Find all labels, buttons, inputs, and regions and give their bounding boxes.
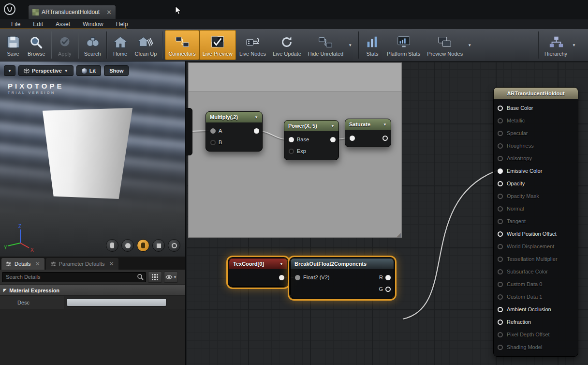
- node-power-header[interactable]: Power(X, 5) ▼: [284, 121, 338, 131]
- material-pin[interactable]: [498, 231, 503, 237]
- comment-resize-grip-icon[interactable]: ◢: [397, 232, 401, 238]
- hierarchy-dropdown-icon[interactable]: ▼: [571, 43, 577, 47]
- material-pin[interactable]: [498, 307, 503, 312]
- preview-viewport[interactable]: ▼ Perspective ▼ Lit Show PIXOTOPE TRIAL …: [0, 61, 186, 257]
- tab-close-icon[interactable]: ✕: [35, 261, 40, 267]
- material-pin[interactable]: [498, 294, 503, 300]
- hierarchy-button[interactable]: Hierarchy: [541, 30, 571, 60]
- stats-icon: [365, 33, 380, 51]
- pin-multiply-b[interactable]: [210, 140, 216, 145]
- home-button[interactable]: Home: [109, 30, 132, 60]
- material-pin[interactable]: [498, 345, 503, 350]
- material-pin[interactable]: [498, 106, 503, 111]
- comment-box-header[interactable]: [189, 63, 401, 91]
- hide-unrelated-button[interactable]: Hide Unrelated: [305, 30, 347, 60]
- shape-sphere-button[interactable]: [121, 239, 134, 252]
- node-saturate-header[interactable]: Saturate ▼: [345, 119, 391, 130]
- menu-edit[interactable]: Edit: [27, 19, 49, 29]
- material-pin[interactable]: [498, 181, 503, 186]
- material-pin[interactable]: [498, 206, 503, 212]
- node-texcoord[interactable]: TexCoord[0] ▼: [229, 258, 288, 287]
- material-pin[interactable]: [498, 257, 503, 262]
- show-menu-button[interactable]: Show: [104, 65, 129, 76]
- material-pin[interactable]: [498, 143, 503, 149]
- tab-parameter-defaults[interactable]: Parameter Defaults ✕: [46, 258, 118, 270]
- tab-details[interactable]: Details ✕: [1, 258, 44, 270]
- tab-close-icon[interactable]: ✕: [109, 261, 114, 267]
- viewport-options-button[interactable]: ▼: [4, 65, 15, 76]
- node-saturate[interactable]: Saturate ▼: [345, 119, 391, 147]
- hide-unrelated-dropdown-icon[interactable]: ▼: [347, 43, 353, 47]
- connectors-button[interactable]: Connectors: [165, 30, 199, 60]
- menu-asset[interactable]: Asset: [49, 19, 76, 29]
- node-breakout-float2[interactable]: BreakOutFloat2Components Float2 (V2) R G: [290, 258, 394, 298]
- chevron-down-icon[interactable]: ▼: [254, 115, 258, 120]
- material-pin[interactable]: [498, 194, 503, 199]
- menu-file[interactable]: File: [5, 19, 27, 29]
- search-button[interactable]: Search: [81, 30, 104, 60]
- material-pin[interactable]: [498, 269, 503, 274]
- shape-cube-button[interactable]: [152, 239, 165, 252]
- asset-tab[interactable]: ARTranslucentHoldout ✕: [28, 5, 116, 19]
- menu-window[interactable]: Window: [76, 19, 110, 29]
- shape-cylinder-button[interactable]: [106, 239, 118, 252]
- lit-mode-button[interactable]: Lit: [76, 65, 101, 76]
- material-pin[interactable]: [498, 282, 503, 287]
- platform-stats-button[interactable]: Platform Stats: [383, 30, 424, 60]
- node-breakout-header[interactable]: BreakOutFloat2Components: [291, 259, 394, 269]
- shape-plane-button-active[interactable]: [137, 239, 149, 252]
- chevron-down-icon[interactable]: ▼: [331, 124, 335, 128]
- shape-mesh-button[interactable]: [168, 239, 180, 252]
- chevron-down-icon[interactable]: ▼: [279, 262, 283, 266]
- clean-up-button[interactable]: Clean Up: [132, 30, 161, 60]
- live-preview-button[interactable]: Live Preview: [199, 30, 236, 60]
- material-pin[interactable]: [498, 156, 503, 161]
- node-multiply-header[interactable]: Multiply(,2) ▼: [206, 112, 262, 122]
- chevron-down-icon[interactable]: ▼: [383, 122, 387, 127]
- browse-button[interactable]: Browse: [24, 30, 49, 60]
- pin-saturate-input[interactable]: [350, 136, 355, 141]
- apply-button[interactable]: Apply: [54, 30, 76, 60]
- material-pin[interactable]: [498, 319, 503, 325]
- live-update-button[interactable]: Live Update: [269, 30, 305, 60]
- node-multiply[interactable]: Multiply(,2) ▼ A B: [206, 111, 263, 152]
- material-pin-row: Tangent: [494, 215, 578, 228]
- preview-nodes-button[interactable]: Preview Nodes: [424, 30, 466, 60]
- asset-tab-close-icon[interactable]: ✕: [106, 9, 112, 15]
- view-options-button[interactable]: ▼: [164, 272, 178, 283]
- material-expression-section-header[interactable]: ◤ Material Expression: [0, 285, 185, 296]
- pin-saturate-output[interactable]: [382, 136, 388, 141]
- pin-texcoord-output[interactable]: [279, 275, 284, 280]
- property-matrix-button[interactable]: [148, 272, 162, 283]
- pin-power-base[interactable]: [289, 137, 294, 142]
- pin-breakout-g-output[interactable]: [385, 287, 391, 292]
- material-pin[interactable]: [498, 118, 503, 123]
- eye-icon: [165, 274, 173, 280]
- pin-multiply-output[interactable]: [254, 128, 259, 134]
- material-node-header[interactable]: ARTranslucentHoldout: [494, 88, 578, 99]
- node-texcoord-header[interactable]: TexCoord[0] ▼: [229, 259, 287, 269]
- material-pin[interactable]: [498, 131, 503, 136]
- pin-breakout-r-output[interactable]: [385, 275, 391, 280]
- stats-button[interactable]: Stats: [361, 30, 383, 60]
- material-pin[interactable]: [498, 332, 503, 337]
- pin-breakout-float2-input[interactable]: [295, 275, 300, 280]
- pin-power-exp[interactable]: [289, 149, 294, 154]
- preview-nodes-dropdown-icon[interactable]: ▼: [466, 43, 473, 47]
- live-nodes-button[interactable]: Live Nodes: [236, 30, 269, 60]
- node-power[interactable]: Power(X, 5) ▼ Base Exp: [284, 120, 339, 160]
- material-pin[interactable]: [498, 244, 503, 249]
- save-button[interactable]: Save: [2, 30, 24, 60]
- material-pin[interactable]: [498, 219, 503, 224]
- unreal-logo-icon[interactable]: [3, 2, 16, 16]
- material-graph-canvas[interactable]: ◢ Multiply(,2) ▼: [186, 61, 588, 365]
- desc-input[interactable]: [67, 298, 166, 306]
- material-pin[interactable]: [498, 168, 503, 174]
- menu-help[interactable]: Help: [110, 19, 134, 29]
- pin-multiply-a[interactable]: [210, 128, 216, 134]
- offscreen-node-stub[interactable]: [186, 108, 192, 155]
- camera-mode-button[interactable]: Perspective ▼: [18, 65, 74, 76]
- pin-power-output[interactable]: [330, 137, 336, 142]
- search-details-input[interactable]: [2, 272, 146, 282]
- node-material-result[interactable]: ARTranslucentHoldout Base Color Metallic…: [493, 87, 578, 357]
